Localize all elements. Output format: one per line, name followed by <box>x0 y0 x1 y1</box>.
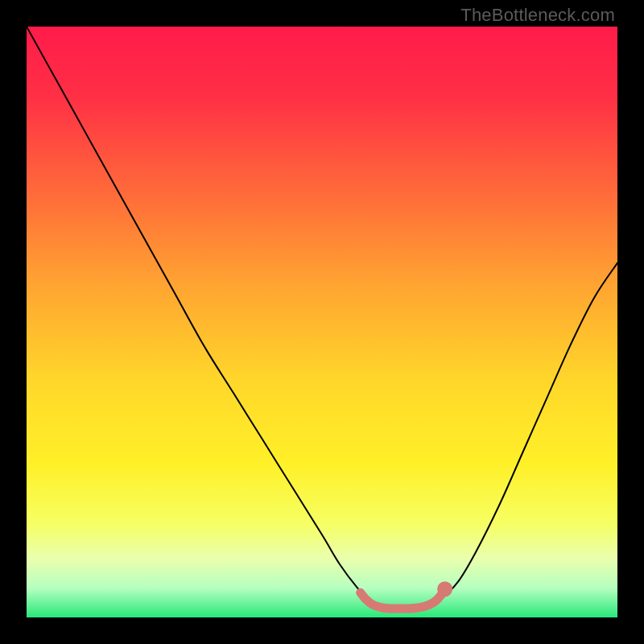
plot-area <box>27 27 617 617</box>
chart-frame: TheBottleneck.com <box>0 0 644 644</box>
trough-end-dot <box>437 581 452 597</box>
gradient-background <box>27 27 617 617</box>
watermark-text: TheBottleneck.com <box>460 5 615 26</box>
chart-svg <box>27 27 617 617</box>
